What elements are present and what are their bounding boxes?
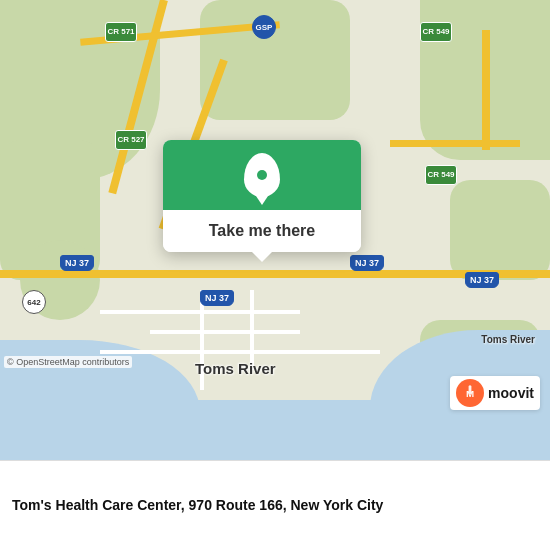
route-badge-gsp: GSP: [252, 15, 276, 39]
route-badge-cr527: CR 527: [115, 130, 147, 150]
city-label-toms-river-small: Toms River: [481, 334, 535, 345]
green-area: [450, 180, 550, 280]
route-badge-cr549-1: CR 549: [420, 22, 452, 42]
local-road: [250, 290, 254, 370]
take-me-there-button[interactable]: Take me there: [163, 210, 361, 252]
info-text-block: Tom's Health Care Center, 970 Route 166,…: [12, 496, 538, 514]
city-label-toms-river: Toms River: [195, 360, 276, 377]
moovit-icon: M: [456, 379, 484, 407]
water-area: [150, 400, 400, 460]
route-badge-642: 642: [22, 290, 46, 314]
osm-attribution: © OpenStreetMap contributors: [4, 356, 132, 368]
location-pin-icon: [244, 153, 280, 197]
local-road: [150, 330, 300, 334]
route-badge-nj37-3: NJ 37: [350, 255, 384, 271]
route-badge-cr571: CR 571: [105, 22, 137, 42]
route-badge-nj37-2: NJ 37: [200, 290, 234, 306]
moovit-logo: M moovit: [450, 376, 540, 410]
route-badge-cr549-2: CR 549: [425, 165, 457, 185]
route-badge-nj37-4: NJ 37: [465, 272, 499, 288]
road-cr549-mid: [390, 140, 520, 147]
location-popup: Take me there: [163, 140, 361, 252]
map-container: CR 571 GSP CR 549 CR 527 CR 571 CR 549 N…: [0, 0, 550, 460]
route-badge-nj37-1: NJ 37: [60, 255, 94, 271]
info-bar: Tom's Health Care Center, 970 Route 166,…: [0, 460, 550, 550]
popup-header: [163, 140, 361, 210]
location-title: Tom's Health Care Center, 970 Route 166,…: [12, 496, 538, 514]
pin-dot: [257, 170, 267, 180]
moovit-text: moovit: [488, 385, 534, 401]
road-cr549-top: [482, 30, 490, 150]
local-road: [100, 350, 380, 354]
